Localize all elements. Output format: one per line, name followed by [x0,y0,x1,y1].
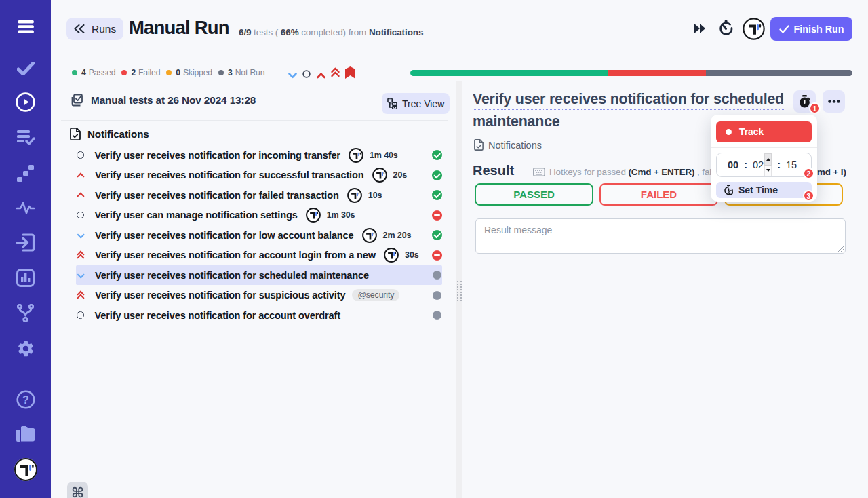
svg-text:?: ? [22,394,29,406]
